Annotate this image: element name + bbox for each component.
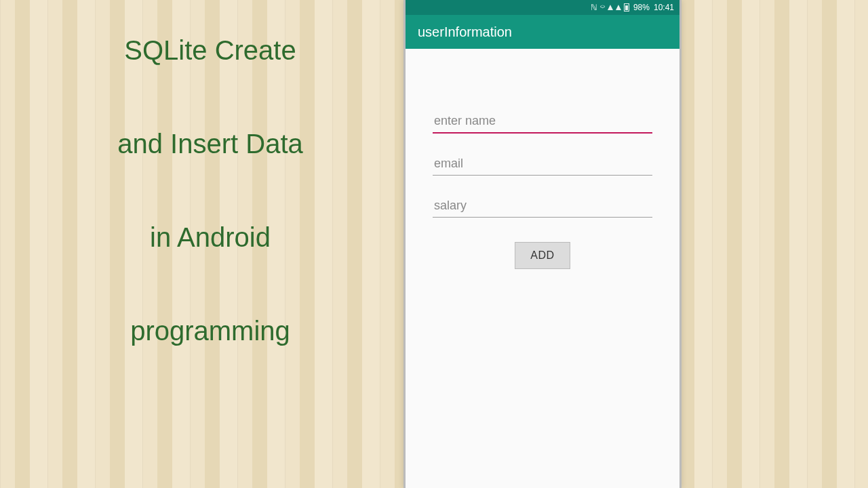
status-bar: ℕ ⌔ 98% 10:41 xyxy=(406,0,679,15)
nfc-icon: ℕ xyxy=(591,3,597,12)
name-input[interactable] xyxy=(433,110,652,134)
battery-percent: 98% xyxy=(633,3,650,12)
add-button[interactable]: ADD xyxy=(515,242,570,269)
signal-icon-2 xyxy=(616,3,621,12)
slide-line-1: SQLite Create xyxy=(41,34,380,66)
battery-icon xyxy=(624,3,629,12)
email-field-wrapper xyxy=(433,152,652,176)
clock: 10:41 xyxy=(654,3,674,12)
salary-field-wrapper xyxy=(433,195,652,218)
email-input[interactable] xyxy=(433,152,652,176)
app-bar: userInformation xyxy=(406,15,679,49)
slide-line-3: in Android xyxy=(41,221,380,253)
salary-input[interactable] xyxy=(433,195,652,218)
slide-line-4: programming xyxy=(41,314,380,347)
phone-mock: ℕ ⌔ 98% 10:41 userInformation ADD xyxy=(403,0,682,488)
status-icons: ℕ ⌔ xyxy=(591,3,629,12)
slide-line-2: and Insert Data xyxy=(41,127,380,160)
wifi-icon: ⌔ xyxy=(600,3,605,12)
signal-icon xyxy=(608,3,613,12)
app-body: ADD xyxy=(406,49,679,488)
app-title: userInformation xyxy=(418,24,512,40)
name-field-wrapper xyxy=(433,110,652,134)
slide-title-block: SQLite Create and Insert Data in Android… xyxy=(41,34,380,347)
